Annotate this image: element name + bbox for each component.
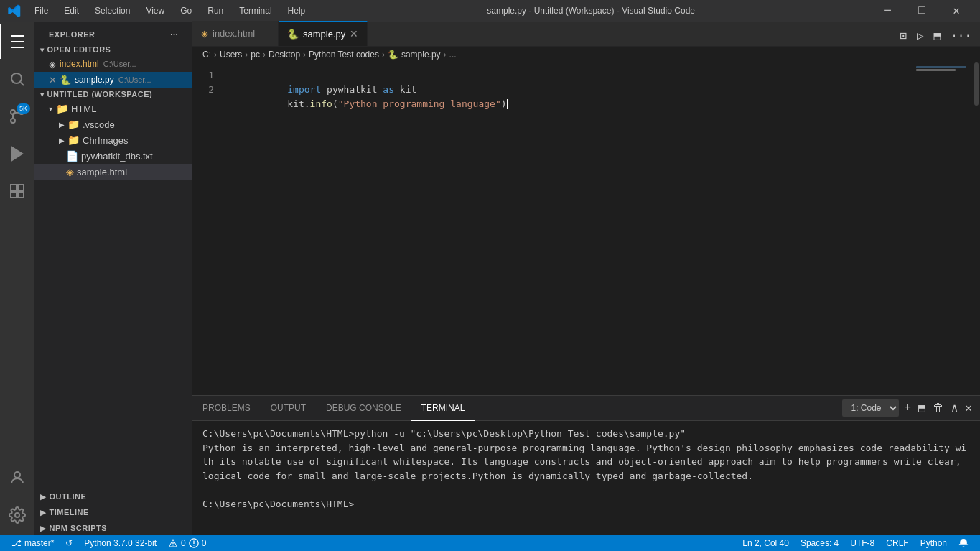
sidebar-more-button[interactable]: ··· — [170, 30, 178, 39]
html-folder[interactable]: ▾ 📁 HTML — [34, 101, 192, 116]
close-button[interactable]: ✕ — [940, 0, 973, 22]
activity-run[interactable] — [0, 136, 34, 171]
terminal-selector[interactable]: 1: Code — [842, 399, 899, 417]
tab-close-button[interactable]: ✕ — [350, 28, 358, 40]
sync-status[interactable]: ↺ — [60, 535, 78, 551]
minimize-button[interactable]: ─ — [871, 0, 904, 22]
svg-point-0 — [11, 73, 22, 83]
maximize-button[interactable]: □ — [905, 0, 938, 22]
close-paren: ) — [501, 98, 507, 109]
close-panel-icon[interactable]: ✕ — [963, 399, 974, 417]
line-number-2: 2 — [192, 83, 228, 97]
breadcrumb-more[interactable]: ... — [449, 50, 457, 60]
python-version-status[interactable]: Python 3.7.0 32-bit — [78, 535, 162, 551]
menu-terminal[interactable]: Terminal — [233, 4, 277, 17]
chrimages-folder[interactable]: ▶ 📁 ChrImages — [34, 132, 192, 148]
breadcrumb-sample-py[interactable]: sample.py — [401, 50, 441, 60]
breadcrumb-python-test[interactable]: Python Test codes — [309, 50, 379, 60]
menu-help[interactable]: Help — [282, 4, 312, 17]
breadcrumb-c[interactable]: C: — [202, 50, 211, 60]
minimap — [913, 62, 970, 395]
git-branch-label: master* — [24, 538, 54, 548]
outline-section[interactable]: ▶ OUTLINE — [34, 489, 192, 504]
menu-run[interactable]: Run — [202, 4, 229, 17]
window-title: sample.py - Untitled (Workspace) - Visua… — [487, 6, 695, 16]
open-editor-sample-py[interactable]: ✕ 🐍 sample.py C:\User... — [34, 72, 192, 88]
open-editors-section[interactable]: ▾ OPEN EDITORS — [34, 43, 192, 56]
breadcrumb: C: › Users › pc › Desktop › Python Test … — [192, 47, 980, 62]
git-branch-icon: ⎇ — [11, 538, 22, 548]
menu-go[interactable]: Go — [174, 4, 197, 17]
collapse-panel-up-icon[interactable]: ∧ — [949, 399, 961, 417]
open-editor-sample-py-name: sample.py — [75, 75, 114, 85]
menu-edit[interactable]: Edit — [58, 4, 85, 17]
notifications-status[interactable] — [953, 535, 974, 551]
breadcrumb-desktop[interactable]: Desktop — [269, 50, 300, 60]
eol-status[interactable]: CRLF — [880, 535, 914, 551]
pywhatkit-file[interactable]: 📄 pywhatkit_dbs.txt — [34, 148, 192, 164]
add-terminal-icon[interactable]: + — [902, 399, 913, 417]
tab-index-html-icon: ◈ — [201, 28, 208, 39]
language-mode-status[interactable]: Python — [915, 535, 953, 551]
html-folder-label: HTML — [71, 103, 96, 114]
panel-tab-terminal[interactable]: TERMINAL — [411, 396, 475, 421]
activity-source-control[interactable]: 5K — [0, 99, 34, 134]
sample-html-file[interactable]: ◈ sample.html — [34, 164, 192, 180]
run-python-icon[interactable]: ▷ — [914, 26, 927, 46]
toggle-panel-icon[interactable]: ⬒ — [931, 26, 944, 46]
panel-tab-output[interactable]: OUTPUT — [261, 396, 316, 421]
timeline-arrow: ▶ — [40, 509, 47, 517]
tab-sample-py[interactable]: 🐍 sample.py ✕ — [279, 21, 368, 46]
activity-search[interactable] — [0, 62, 34, 96]
panel-tab-problems[interactable]: PROBLEMS — [192, 396, 261, 421]
sidebar-header: EXPLORER ··· — [34, 22, 192, 43]
breadcrumb-pc[interactable]: pc — [251, 50, 260, 60]
timeline-section[interactable]: ▶ TIMELINE — [34, 505, 192, 519]
open-editor-index-html[interactable]: ◈ index.html C:\User... — [34, 56, 192, 72]
npm-scripts-section[interactable]: ▶ NPM SCRIPTS — [34, 521, 192, 535]
html-folder-arrow: ▾ — [46, 105, 55, 113]
split-terminal-icon[interactable]: ⬒ — [916, 399, 928, 417]
trash-terminal-icon[interactable]: 🗑 — [930, 399, 946, 417]
open-editor-sample-py-path: C:\User... — [118, 75, 151, 84]
svg-rect-8 — [18, 192, 24, 198]
editor-scrollbar[interactable] — [970, 62, 980, 395]
cursor-position-status[interactable]: Ln 2, Col 40 — [737, 535, 795, 551]
npm-scripts-label: NPM SCRIPTS — [50, 524, 108, 532]
tab-index-html[interactable]: ◈ index.html — [192, 21, 279, 46]
activity-extensions[interactable] — [0, 174, 34, 208]
string-arg: "Python programming language" — [338, 98, 501, 109]
object-name: kit. — [287, 98, 309, 109]
menu-file[interactable]: File — [29, 4, 54, 17]
workspace-section[interactable]: ▾ UNTITLED (WORKSPACE) — [34, 88, 192, 101]
svg-point-11 — [15, 513, 19, 517]
main-area: 5K EXPLORER ··· ▾ OPEN EDITORS ◈ — [0, 22, 980, 535]
activity-account[interactable] — [0, 460, 34, 495]
tab-index-html-label: index.html — [213, 28, 255, 39]
encoding-status[interactable]: UTF-8 — [844, 535, 880, 551]
problems-status[interactable]: 0 0 — [162, 535, 212, 551]
terminal-content[interactable]: C:\Users\pc\Documents\HTML>python -u "c:… — [192, 421, 980, 535]
tab-bar: ◈ index.html 🐍 sample.py ✕ ⊡ ▷ ⬒ ··· — [192, 22, 980, 47]
open-editor-index-html-name: index.html — [60, 59, 99, 69]
activity-settings[interactable] — [0, 498, 34, 532]
menu-selection[interactable]: Selection — [89, 4, 136, 17]
breadcrumb-users[interactable]: Users — [220, 50, 242, 60]
code-editor[interactable]: 1 import pywhatkit as kit 2 kit.info("Py… — [192, 62, 980, 395]
activity-explorer[interactable] — [0, 24, 34, 59]
panel-tab-debug-console[interactable]: DEBUG CONSOLE — [316, 396, 411, 421]
svg-line-1 — [21, 83, 24, 85]
vscode-folder[interactable]: ▶ 📁 .vscode — [34, 116, 192, 132]
split-editor-icon[interactable]: ⊡ — [897, 26, 910, 46]
title-bar: File Edit Selection View Go Run Terminal… — [0, 0, 980, 22]
menu-view[interactable]: View — [140, 4, 170, 17]
close-sample-py-icon[interactable]: ✕ — [49, 75, 57, 85]
npm-scripts-arrow: ▶ — [40, 524, 47, 532]
svg-marker-5 — [12, 147, 22, 160]
git-branch-status[interactable]: ⎇ master* — [6, 535, 60, 551]
more-actions-icon[interactable]: ··· — [948, 27, 974, 45]
editor-area: ◈ index.html 🐍 sample.py ✕ ⊡ ▷ ⬒ ··· C: … — [192, 22, 980, 535]
timeline-label: TIMELINE — [50, 508, 89, 517]
folder-chr-icon: 📁 — [67, 134, 80, 146]
indent-status[interactable]: Spaces: 4 — [795, 535, 844, 551]
